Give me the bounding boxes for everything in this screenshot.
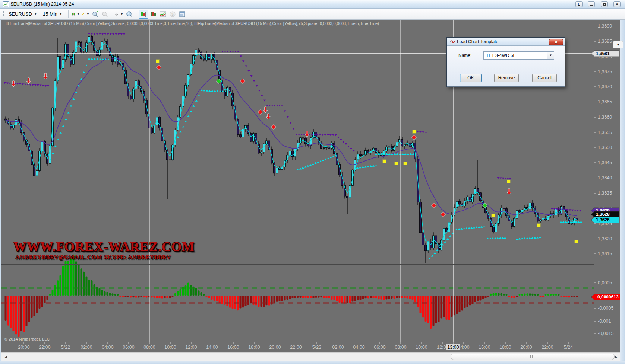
time-axis-label: 5/23	[312, 345, 321, 350]
price-axis-label: 1,3670	[598, 84, 612, 89]
candle-body	[169, 160, 171, 160]
chevron-down-icon: ▼	[86, 12, 89, 16]
histogram-bar	[101, 290, 103, 296]
histogram-bar	[425, 296, 427, 322]
close-button[interactable]: ✕	[613, 1, 621, 7]
cursor-mode-button[interactable]: ▼	[115, 10, 124, 19]
name-label: Name:	[458, 53, 471, 58]
zoom-in-icon	[92, 11, 98, 17]
histogram-bar	[112, 293, 114, 296]
histogram-bar	[109, 293, 111, 296]
candle-body	[357, 154, 359, 160]
candle-body	[49, 146, 51, 163]
candle-body	[493, 227, 495, 232]
interval-selector[interactable]: 15 Min▼	[41, 10, 64, 17]
histogram-bar	[39, 296, 41, 309]
histogram-bar	[370, 296, 372, 298]
remove-button[interactable]: Remove	[494, 74, 519, 82]
zoom-in-button[interactable]	[91, 10, 100, 19]
data-box-button[interactable]	[124, 10, 133, 19]
ok-button[interactable]: OK	[460, 74, 482, 82]
candle-body	[104, 41, 106, 42]
scrollbar-thumb[interactable]	[451, 354, 615, 360]
toolbar-grip[interactable]	[3, 11, 4, 17]
candle-body	[503, 208, 505, 209]
window-border-left	[0, 20, 1, 361]
dialog-close-button[interactable]: ✕	[549, 39, 563, 45]
histogram-bar	[258, 296, 260, 307]
indicator-axis-label: -0,0005	[598, 306, 613, 311]
cancel-button[interactable]: Cancel	[532, 74, 557, 82]
drawing-tools-button[interactable]: ▼	[81, 10, 90, 19]
time-axis-label: 10:00	[164, 345, 176, 350]
time-axis-label: 22:00	[542, 345, 553, 350]
instrument-selector[interactable]: $EURUSD▼	[7, 10, 39, 17]
scroll-left-arrow[interactable]: ◀	[3, 354, 9, 360]
indicators-button[interactable]	[158, 10, 167, 19]
horizontal-scrollbar[interactable]: ◀ ▶	[1, 352, 620, 361]
template-name-combobox[interactable]: TFT 3-4WR 6E ▼	[483, 51, 554, 60]
chart-style-button[interactable]: ▼	[71, 10, 80, 19]
dialog-title-bar[interactable]: Load Chart Template ✕	[447, 38, 565, 46]
candle-body	[305, 138, 307, 144]
volume-panel-button[interactable]	[149, 10, 158, 19]
histogram-bar	[75, 261, 77, 296]
histogram-bar	[480, 296, 482, 301]
histogram-bar	[227, 296, 228, 306]
histogram-bar	[420, 296, 422, 313]
zoom-out-button[interactable]	[100, 10, 109, 19]
bars-panel-icon	[150, 11, 157, 17]
histogram-bar	[143, 296, 145, 297]
histogram-bar	[125, 296, 127, 297]
histogram-bar	[467, 296, 468, 307]
histogram-bar	[289, 296, 291, 299]
strategies-button[interactable]: $	[168, 10, 177, 19]
histogram-bar	[174, 293, 176, 296]
panel-dropdown-button[interactable]: ▼	[613, 41, 623, 48]
candle-body	[133, 89, 135, 99]
histogram-bar	[367, 296, 369, 298]
time-axis-label: 5/22	[61, 345, 70, 350]
price-axis-label: 1,3650	[598, 145, 612, 150]
combobox-arrow[interactable]: ▼	[547, 52, 554, 59]
maximize-button[interactable]	[601, 1, 608, 7]
histogram-bar	[529, 293, 531, 296]
candle-body	[401, 139, 403, 146]
link-button[interactable]: L	[575, 1, 583, 7]
histogram-bar	[276, 296, 278, 302]
histogram-bar	[266, 296, 268, 305]
fliptrade-stop-price-tag-text: 1,3626	[596, 217, 610, 223]
chart-panel-button-active[interactable]	[139, 10, 148, 19]
yellow-square-signal	[507, 180, 511, 183]
candle-body	[240, 135, 242, 137]
histogram-bar	[195, 288, 197, 296]
histogram-bar	[284, 296, 286, 300]
histogram-bar	[159, 296, 161, 298]
histogram-bar	[86, 277, 88, 296]
histogram-bar	[441, 296, 442, 319]
indicator-value-tag-text: -0,0000613	[596, 294, 619, 300]
histogram-bar	[161, 296, 163, 299]
time-axis-label: 10:00	[416, 345, 427, 350]
histogram-bar	[172, 296, 174, 297]
time-axis-label: 16:00	[227, 345, 239, 350]
histogram-bar	[15, 296, 17, 334]
histogram-bar	[302, 296, 304, 298]
histogram-bar	[545, 294, 547, 296]
histogram-bar	[127, 296, 129, 297]
minimize-button[interactable]	[588, 1, 595, 7]
histogram-bar	[13, 296, 15, 331]
histogram-bar	[485, 296, 487, 298]
histogram-bar	[506, 294, 508, 296]
histogram-bar	[381, 296, 382, 300]
histogram-bar	[138, 296, 140, 298]
histogram-bar	[427, 296, 429, 323]
histogram-bar	[459, 296, 461, 312]
histogram-bar	[232, 296, 234, 309]
scroll-right-arrow[interactable]: ▶	[613, 354, 619, 360]
histogram-bar	[156, 296, 158, 298]
candlestick-icon	[72, 11, 75, 17]
title-bar[interactable]: $EURUSD (15 Min) 2014-05-24 L ✕	[0, 0, 625, 9]
histogram-bar	[407, 296, 408, 298]
properties-button[interactable]	[178, 10, 187, 19]
